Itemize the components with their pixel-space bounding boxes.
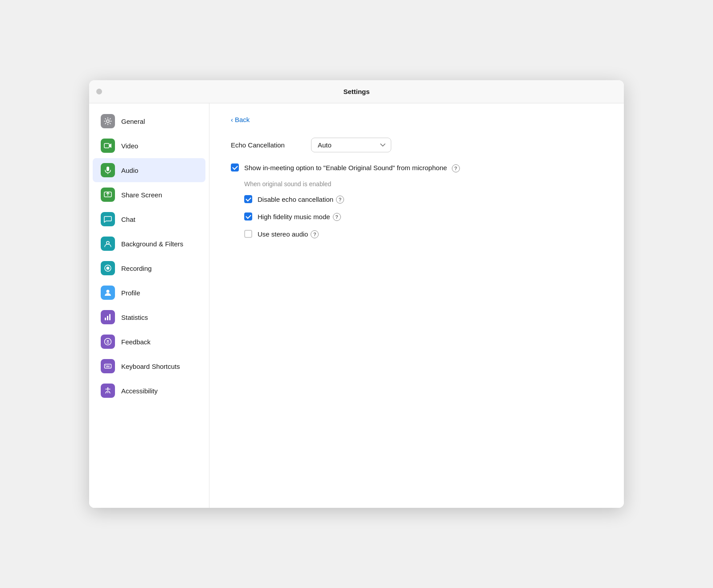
svg-rect-19 <box>106 367 110 368</box>
sidebar-item-feedback[interactable]: Feedback <box>93 330 205 354</box>
high-fidelity-help-icon[interactable]: ? <box>333 213 341 221</box>
main-layout: General Video <box>89 103 624 508</box>
sidebar-item-profile[interactable]: Profile <box>93 281 205 305</box>
stereo-audio-label-container: Use stereo audio ? <box>258 229 319 239</box>
stereo-audio-help-icon[interactable]: ? <box>311 230 319 238</box>
svg-rect-15 <box>105 364 111 368</box>
sidebar-item-accessibility[interactable]: Accessibility <box>93 379 205 403</box>
sidebar-label-recording: Recording <box>121 265 152 272</box>
sidebar-item-general[interactable]: General <box>93 109 205 133</box>
chat-icon <box>101 212 115 226</box>
sidebar-item-audio[interactable]: Audio <box>93 158 205 182</box>
profile-icon <box>101 286 115 300</box>
close-button[interactable] <box>96 89 102 94</box>
svg-point-7 <box>107 267 110 270</box>
stereo-audio-row: Use stereo audio ? <box>244 229 602 239</box>
statistics-icon <box>101 310 115 324</box>
svg-point-5 <box>107 241 109 244</box>
general-icon <box>101 114 115 128</box>
svg-point-13 <box>107 341 107 342</box>
sidebar: General Video <box>89 103 209 508</box>
sidebar-item-keyboard[interactable]: Keyboard Shortcuts <box>93 354 205 378</box>
sidebar-label-accessibility: Accessibility <box>121 387 158 395</box>
settings-window: Settings General <box>89 80 624 508</box>
stereo-audio-label: Use stereo audio <box>258 229 308 239</box>
recording-icon <box>101 261 115 275</box>
back-chevron: ‹ <box>231 116 233 123</box>
disable-echo-help-icon[interactable]: ? <box>336 196 344 204</box>
svg-rect-18 <box>109 365 110 366</box>
sidebar-label-general: General <box>121 118 145 125</box>
svg-rect-10 <box>107 316 108 320</box>
sidebar-label-statistics: Statistics <box>121 314 148 321</box>
svg-rect-2 <box>107 167 109 171</box>
svg-rect-17 <box>107 365 108 366</box>
high-fidelity-row: High fidelity music mode ? <box>244 212 602 221</box>
sidebar-label-background: Background & Filters <box>121 240 183 248</box>
share-screen-icon <box>101 188 115 202</box>
show-original-sound-help-icon[interactable]: ? <box>452 164 460 172</box>
keyboard-icon <box>101 359 115 373</box>
sidebar-label-profile: Profile <box>121 289 140 297</box>
accessibility-icon <box>101 384 115 398</box>
svg-rect-9 <box>105 318 106 320</box>
sidebar-item-background[interactable]: Background & Filters <box>93 232 205 256</box>
feedback-icon <box>101 335 115 349</box>
echo-cancellation-dropdown[interactable]: Auto True False <box>311 138 391 152</box>
svg-point-14 <box>108 341 109 342</box>
disable-echo-label: Disable echo cancellation <box>258 195 333 204</box>
sidebar-item-share-screen[interactable]: Share Screen <box>93 183 205 207</box>
sidebar-item-video[interactable]: Video <box>93 134 205 158</box>
svg-point-8 <box>107 290 110 293</box>
echo-cancellation-label: Echo Cancellation <box>231 141 302 149</box>
back-button[interactable]: ‹ Back <box>231 116 250 123</box>
show-original-sound-label-container: Show in-meeting option to "Enable Origin… <box>244 163 460 172</box>
svg-rect-16 <box>106 365 107 366</box>
sidebar-item-recording[interactable]: Recording <box>93 256 205 280</box>
show-original-sound-row: Show in-meeting option to "Enable Origin… <box>231 163 602 172</box>
svg-rect-1 <box>104 143 109 148</box>
show-original-sound-label: Show in-meeting option to "Enable Origin… <box>244 164 447 172</box>
original-sound-sublabel: When original sound is enabled <box>244 180 602 188</box>
content-area: ‹ Back Echo Cancellation Auto True False… <box>209 103 624 508</box>
svg-rect-11 <box>109 314 111 320</box>
stereo-audio-checkbox[interactable] <box>244 230 252 238</box>
sidebar-item-chat[interactable]: Chat <box>93 207 205 231</box>
window-title: Settings <box>343 88 369 95</box>
disable-echo-label-container: Disable echo cancellation ? <box>258 195 344 204</box>
show-original-sound-checkbox[interactable] <box>231 163 239 172</box>
sidebar-label-feedback: Feedback <box>121 338 151 346</box>
echo-cancellation-row: Echo Cancellation Auto True False <box>231 138 602 152</box>
high-fidelity-checkbox[interactable] <box>244 212 252 220</box>
high-fidelity-label: High fidelity music mode <box>258 212 330 221</box>
title-bar: Settings <box>89 80 624 103</box>
audio-icon <box>101 163 115 177</box>
sidebar-label-share-screen: Share Screen <box>121 191 162 199</box>
sidebar-label-audio: Audio <box>121 167 138 174</box>
high-fidelity-label-container: High fidelity music mode ? <box>258 212 341 221</box>
traffic-lights <box>96 89 102 94</box>
disable-echo-checkbox[interactable] <box>244 195 252 203</box>
sidebar-label-chat: Chat <box>121 216 135 223</box>
video-icon <box>101 139 115 153</box>
back-label: Back <box>235 116 250 123</box>
svg-point-0 <box>107 120 109 122</box>
sidebar-item-statistics[interactable]: Statistics <box>93 305 205 329</box>
disable-echo-row: Disable echo cancellation ? <box>244 195 602 204</box>
background-icon <box>101 237 115 251</box>
sidebar-label-video: Video <box>121 142 138 150</box>
svg-point-20 <box>107 388 109 389</box>
sidebar-label-keyboard: Keyboard Shortcuts <box>121 363 180 370</box>
